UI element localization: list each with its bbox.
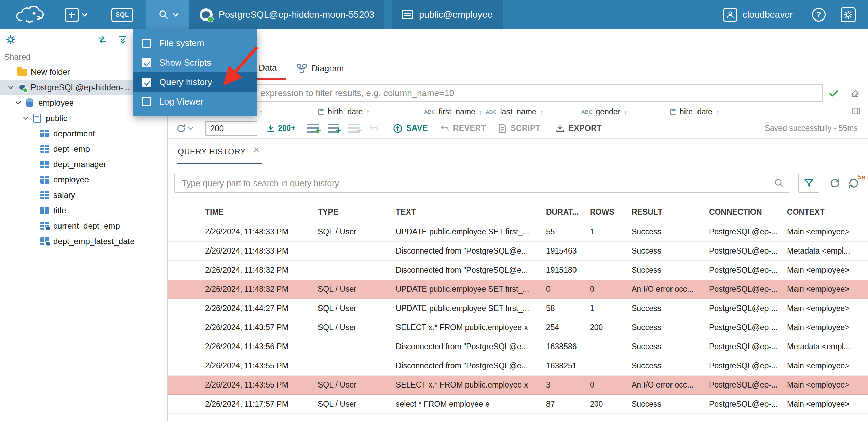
row-expander[interactable] xyxy=(177,342,205,351)
add-row-button[interactable] xyxy=(307,124,319,133)
tree-item[interactable]: employee xyxy=(0,172,167,187)
connection-selector[interactable]: PostgreSQL@ep-hidden-moon-55203 xyxy=(189,0,384,29)
fetch-size-input[interactable] xyxy=(205,121,257,136)
menu-item[interactable]: Log Viewer xyxy=(133,92,257,111)
row-expander[interactable] xyxy=(177,246,205,256)
cell-connection: PostgreSQL@ep-... xyxy=(709,227,787,236)
history-row[interactable]: 2/26/2024, 11:17:57 PM SQL / User select… xyxy=(168,395,868,414)
history-row[interactable]: 2/26/2024, 11:44:27 PM SQL / User UPDATE… xyxy=(168,299,868,318)
auto-refresh-button[interactable]: 5s xyxy=(847,177,860,189)
history-column-header[interactable]: CONNECTION xyxy=(709,207,787,217)
tree-expander-icon[interactable] xyxy=(5,85,16,89)
tree-item[interactable]: department xyxy=(0,126,167,141)
clear-filter-button[interactable] xyxy=(850,88,860,99)
row-expander[interactable] xyxy=(177,227,205,236)
sort-icon[interactable] xyxy=(259,107,263,117)
cell-result: Success xyxy=(632,361,709,370)
delete-row-button[interactable] xyxy=(348,124,360,133)
tree-item[interactable]: dept_emp_latest_date xyxy=(0,233,167,249)
checkbox-icon[interactable] xyxy=(142,58,151,67)
new-connection-button[interactable] xyxy=(59,0,93,29)
sort-icon[interactable] xyxy=(366,107,369,117)
history-column-header[interactable]: TIME xyxy=(205,207,318,217)
history-row[interactable]: 2/26/2024, 11:48:33 PM SQL / User UPDATE… xyxy=(168,222,868,242)
menu-item[interactable]: File system xyxy=(133,33,257,53)
history-column-header[interactable]: RESULT xyxy=(632,207,709,217)
history-column-header[interactable]: TEXT xyxy=(396,207,546,217)
sql-icon: SQL xyxy=(111,8,133,22)
history-refresh-button[interactable] xyxy=(829,177,841,189)
fetch-more-button[interactable]: 200+ xyxy=(266,124,296,133)
grid-column-header[interactable]: gender xyxy=(581,107,670,117)
revert-label: REVERT xyxy=(453,124,486,133)
row-expander[interactable] xyxy=(177,399,205,409)
grid-column-header[interactable]: first_name xyxy=(424,107,486,117)
row-expander[interactable] xyxy=(177,323,205,332)
row-expander[interactable] xyxy=(177,304,205,313)
history-row[interactable]: 2/26/2024, 11:43:55 PM SQL / User SELECT… xyxy=(168,376,868,395)
save-button[interactable]: SAVE xyxy=(393,123,428,134)
sync-arrows-icon[interactable] xyxy=(97,35,107,45)
tree-expander-icon[interactable] xyxy=(20,116,31,120)
sort-icon[interactable] xyxy=(624,107,627,117)
history-column-header[interactable]: CONTEXT xyxy=(787,207,868,217)
revert-button[interactable]: REVERT xyxy=(440,124,486,133)
sort-icon[interactable] xyxy=(716,107,719,117)
history-row[interactable]: 2/26/2024, 11:48:33 PM Disconnected from… xyxy=(168,242,868,261)
tab-diagram[interactable]: Diagram xyxy=(286,57,354,80)
row-expander[interactable] xyxy=(177,380,205,390)
cell-time: 2/26/2024, 11:43:55 PM xyxy=(205,380,318,390)
row-expander[interactable] xyxy=(177,266,205,275)
row-expander[interactable] xyxy=(177,361,205,370)
revert-cell-button[interactable] xyxy=(369,123,379,134)
duplicate-row-button[interactable] xyxy=(328,124,339,133)
tree-item[interactable]: current_dept_emp xyxy=(0,218,167,233)
duplicate-row-icon xyxy=(328,124,339,133)
settings-button[interactable] xyxy=(841,7,856,22)
tools-menu-button[interactable] xyxy=(146,0,189,29)
query-history-tab[interactable]: QUERY HISTORY × xyxy=(177,140,262,164)
collapse-all-icon[interactable] xyxy=(118,35,128,45)
tree-item[interactable]: salary xyxy=(0,187,167,203)
sort-icon[interactable] xyxy=(540,107,543,117)
checkbox-icon[interactable] xyxy=(142,39,151,48)
script-button[interactable]: SCRIPT xyxy=(498,124,540,133)
grid-column-header[interactable]: hire_date xyxy=(670,107,773,117)
sort-icon[interactable] xyxy=(479,107,482,117)
checkbox-icon[interactable] xyxy=(142,78,151,87)
close-icon[interactable]: × xyxy=(253,145,259,155)
grid-column-header[interactable]: last_name xyxy=(486,107,581,117)
schema-selector[interactable]: public@employee xyxy=(392,0,503,29)
history-row[interactable]: 2/26/2024, 11:48:32 PM Disconnected from… xyxy=(168,261,868,280)
row-expander[interactable] xyxy=(177,285,205,294)
history-row[interactable]: 2/26/2024, 11:43:56 PM Disconnected from… xyxy=(168,337,868,356)
history-column-header[interactable]: DURAT... xyxy=(546,207,590,217)
filter-expression-input[interactable] xyxy=(172,84,823,102)
history-row[interactable]: 2/26/2024, 11:48:32 PM SQL / User UPDATE… xyxy=(168,280,868,299)
menu-item[interactable]: Show Scripts xyxy=(133,53,257,72)
history-row[interactable]: 2/26/2024, 11:43:57 PM SQL / User SELECT… xyxy=(168,318,868,337)
checkbox-icon[interactable] xyxy=(142,97,151,106)
cell-context: Main <employee> xyxy=(787,304,868,313)
grid-config-icon[interactable] xyxy=(852,107,860,115)
help-button[interactable]: ? xyxy=(812,8,826,22)
menu-item[interactable]: Query history xyxy=(133,72,257,92)
history-search-input[interactable] xyxy=(174,174,789,193)
history-column-header[interactable]: ROWS xyxy=(590,207,632,217)
sql-editor-button[interactable]: SQL xyxy=(105,0,139,29)
sidebar-settings-icon[interactable] xyxy=(5,35,16,45)
history-row[interactable]: 2/26/2024, 11:43:55 PM Disconnected from… xyxy=(168,356,868,376)
history-column-header[interactable]: TYPE xyxy=(318,207,396,217)
tree-expander-icon[interactable] xyxy=(12,101,24,105)
apply-filter-button[interactable] xyxy=(828,88,839,99)
refresh-button[interactable] xyxy=(176,123,192,134)
cloudbeaver-logo[interactable] xyxy=(10,3,53,27)
tab-data-label: Data xyxy=(259,63,277,73)
tree-item[interactable]: title xyxy=(0,203,167,218)
grid-column-header[interactable]: birth_date xyxy=(318,107,424,117)
export-button[interactable]: EXPORT xyxy=(555,124,602,133)
user-menu[interactable]: cloudbeaver xyxy=(723,8,793,22)
history-filter-button[interactable] xyxy=(798,174,819,193)
tree-item[interactable]: dept_emp xyxy=(0,141,167,157)
tree-item[interactable]: dept_manager xyxy=(0,157,167,172)
